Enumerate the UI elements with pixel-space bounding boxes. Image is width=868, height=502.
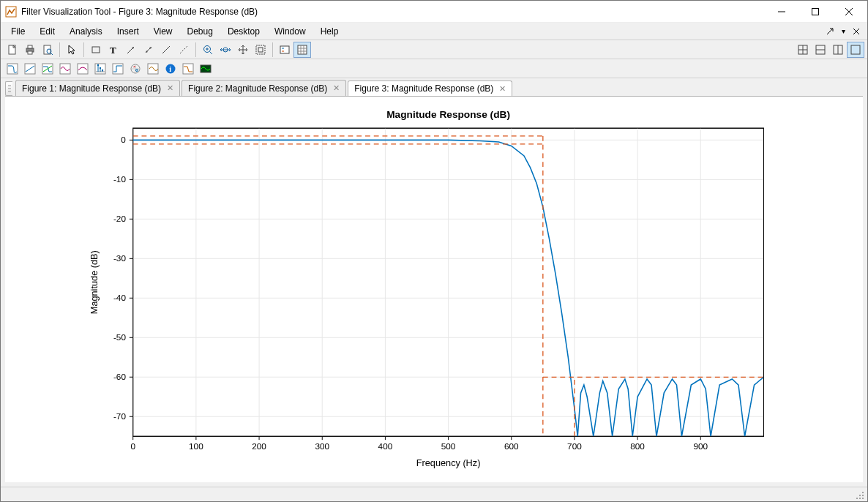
svg-rect-10	[28, 51, 32, 54]
svg-line-19	[180, 46, 187, 53]
phase-response-icon[interactable]	[21, 61, 39, 77]
step-response-icon[interactable]	[109, 61, 127, 77]
tab-label: Figure 1: Magnitude Response (dB)	[22, 83, 161, 94]
magnitude-response-icon[interactable]	[4, 61, 21, 77]
insert-line-icon[interactable]	[157, 42, 175, 58]
menu-view[interactable]: View	[146, 24, 180, 39]
close-button[interactable]	[832, 1, 866, 23]
svg-text:500: 500	[441, 441, 456, 451]
tab-close-icon[interactable]: ✕	[499, 85, 506, 93]
tab-close-icon[interactable]: ✕	[167, 84, 173, 92]
print-preview-icon[interactable]	[39, 42, 56, 58]
tab-figure-2[interactable]: Figure 2: Magnitude Response (dB) ✕	[182, 80, 346, 96]
tabstrip: Figure 1: Magnitude Response (dB) ✕ Figu…	[1, 78, 867, 96]
tab-label: Figure 2: Magnitude Response (dB)	[188, 83, 327, 94]
menu-edit[interactable]: Edit	[32, 24, 62, 39]
layout-single-icon[interactable]	[847, 42, 864, 58]
titlebar: Filter Visualization Tool - Figure 3: Ma…	[1, 1, 867, 23]
svg-line-18	[162, 46, 170, 53]
app-window: Filter Visualization Tool - Figure 3: Ma…	[0, 0, 868, 502]
insert-double-arrow-icon[interactable]	[140, 42, 157, 58]
insert-text-icon[interactable]: T	[105, 42, 122, 58]
svg-point-63	[8, 85, 10, 86]
menu-window[interactable]: Window	[267, 24, 313, 39]
figure-canvas: 01002003004005006007008009000-10-20-30-4…	[5, 96, 863, 482]
layout-quad-icon[interactable]	[794, 42, 812, 58]
zoom-in-icon[interactable]	[199, 42, 217, 58]
round-off-icon[interactable]	[144, 61, 162, 77]
menu-file[interactable]: File	[4, 24, 32, 39]
svg-text:-50: -50	[113, 332, 126, 342]
fdatool-icon[interactable]	[179, 61, 197, 77]
svg-text:i: i	[169, 65, 171, 73]
dock-menu-icon[interactable]: ▾	[838, 26, 848, 37]
svg-rect-52	[113, 64, 123, 74]
svg-text:-40: -40	[113, 293, 126, 302]
svg-rect-30	[298, 45, 307, 54]
svg-point-47	[97, 64, 99, 65]
tab-figure-3[interactable]: Figure 3: Magnitude Response (dB) ✕	[348, 80, 512, 97]
tab-handle[interactable]	[5, 81, 12, 96]
svg-text:900: 900	[693, 441, 708, 451]
scope-icon[interactable]	[197, 61, 214, 77]
undock-arrow-icon[interactable]	[825, 26, 835, 37]
phase-delay-icon[interactable]	[74, 61, 91, 77]
menu-help[interactable]: Help	[313, 24, 346, 39]
menu-desktop[interactable]: Desktop	[220, 24, 267, 39]
svg-text:×: ×	[133, 64, 136, 69]
insert-arrow-icon[interactable]	[122, 42, 140, 58]
svg-point-128	[862, 495, 864, 496]
pole-zero-icon[interactable]: ×	[127, 61, 144, 77]
zoom-x-icon[interactable]	[217, 42, 234, 58]
fit-axes-icon[interactable]	[252, 42, 269, 58]
pan-icon[interactable]	[234, 42, 252, 58]
magnitude-response-chart: 01002003004005006007008009000-10-20-30-4…	[8, 100, 860, 479]
statusbar	[1, 487, 867, 501]
pointer-icon[interactable]	[63, 42, 81, 58]
svg-line-21	[210, 51, 213, 54]
insert-line-dashed-icon[interactable]	[175, 42, 192, 58]
svg-rect-27	[280, 46, 289, 53]
mag-phase-icon[interactable]	[39, 61, 56, 77]
maximize-button[interactable]	[798, 1, 832, 23]
insert-rectangle-icon[interactable]	[87, 42, 105, 58]
filter-info-icon[interactable]: i	[162, 61, 179, 77]
menu-debug[interactable]: Debug	[180, 24, 220, 39]
chart-title: Magnitude Response (dB)	[386, 109, 510, 120]
tab-close-icon[interactable]: ✕	[333, 84, 340, 92]
tab-figure-1[interactable]: Figure 1: Magnitude Response (dB) ✕	[15, 80, 180, 96]
layout-hsplit-icon[interactable]	[812, 42, 829, 58]
svg-point-68	[10, 91, 11, 92]
svg-rect-38	[851, 45, 860, 54]
svg-rect-14	[92, 47, 100, 53]
window-title: Filter Visualization Tool - Figure 3: Ma…	[21, 7, 765, 17]
svg-text:100: 100	[189, 441, 203, 451]
legend-icon[interactable]	[276, 42, 293, 58]
minimize-button[interactable]	[765, 1, 798, 23]
toolbar-analysis: × i	[1, 59, 867, 78]
layout-vsplit-icon[interactable]	[829, 42, 847, 58]
print-icon[interactable]	[21, 42, 39, 58]
svg-point-65	[8, 88, 10, 89]
menu-analysis[interactable]: Analysis	[62, 24, 110, 39]
y-axis-label: Magnitude (dB)	[89, 250, 100, 314]
menu-insert[interactable]: Insert	[110, 24, 146, 39]
tab-label: Figure 3: Magnitude Response (dB)	[354, 83, 493, 94]
dock-close-icon[interactable]	[851, 26, 861, 37]
svg-point-57	[136, 69, 138, 71]
toolbar-figure: T	[1, 40, 867, 59]
grid-icon[interactable]	[293, 42, 311, 58]
svg-text:0: 0	[121, 135, 126, 144]
dock-controls: ▾	[825, 26, 864, 37]
resize-grip-icon[interactable]	[854, 490, 864, 500]
impulse-response-icon[interactable]	[91, 61, 109, 77]
svg-rect-9	[28, 45, 32, 48]
new-figure-icon[interactable]	[4, 42, 21, 58]
svg-text:400: 400	[378, 441, 393, 451]
svg-text:-70: -70	[113, 411, 126, 421]
x-axis-label: Frequency (Hz)	[416, 457, 481, 468]
svg-text:-10: -10	[113, 174, 126, 184]
svg-text:600: 600	[504, 441, 519, 451]
svg-text:T: T	[110, 45, 116, 56]
group-delay-icon[interactable]	[56, 61, 74, 77]
